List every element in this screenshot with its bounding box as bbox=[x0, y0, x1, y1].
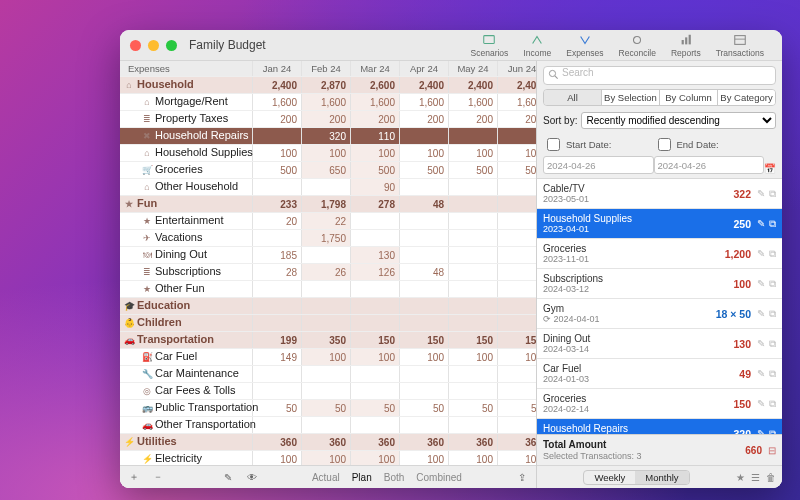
transaction-row[interactable]: Household Repairs2024-02-08320✎⧉ bbox=[537, 419, 782, 434]
remove-button[interactable]: － bbox=[150, 470, 166, 484]
copy-icon[interactable]: ⧉ bbox=[769, 278, 776, 290]
columns-icon[interactable]: ☰ bbox=[751, 472, 760, 483]
edit-icon[interactable]: ✎ bbox=[757, 368, 765, 380]
grid-row[interactable]: ◎Car Fees & Tolls bbox=[120, 383, 536, 400]
copy-icon[interactable]: ⧉ bbox=[769, 308, 776, 320]
transactions-footer: WeeklyMonthly ★ ☰ 🗑 bbox=[537, 465, 782, 488]
mode-both[interactable]: Both bbox=[384, 472, 405, 483]
edit-icon[interactable]: ✎ bbox=[757, 278, 765, 290]
period-weekly[interactable]: Weekly bbox=[584, 471, 635, 484]
toolbar-transactions[interactable]: Transactions bbox=[716, 33, 764, 58]
svg-rect-4 bbox=[735, 35, 746, 44]
end-date-checkbox[interactable] bbox=[658, 138, 671, 151]
filter-by-selection[interactable]: By Selection bbox=[601, 90, 659, 105]
transaction-row[interactable]: Cable/TV2023-05-01322✎⧉ bbox=[537, 179, 782, 209]
column-header[interactable]: Jun 24 bbox=[498, 61, 537, 77]
grid-row[interactable]: 🔧Car Maintenance bbox=[120, 366, 536, 383]
end-date-field[interactable] bbox=[654, 156, 765, 174]
transaction-row[interactable]: Household Supplies2023-04-01250✎⧉ bbox=[537, 209, 782, 239]
copy-icon[interactable]: ⧉ bbox=[769, 338, 776, 350]
toolbar-expenses[interactable]: Expenses bbox=[566, 33, 603, 58]
grid-row[interactable]: 🛒Groceries500650500500500500500500 bbox=[120, 162, 536, 179]
view-icon[interactable]: 👁 bbox=[244, 472, 260, 483]
grid-row[interactable]: ✈Vacations1,750 bbox=[120, 230, 536, 247]
transaction-row[interactable]: Groceries2023-11-011,200✎⧉ bbox=[537, 239, 782, 269]
grid-row[interactable]: ★Fun2331,79827848 bbox=[120, 196, 536, 213]
grid-row[interactable]: ⌂Other Household90 bbox=[120, 179, 536, 196]
grid-row[interactable]: 🚌Public Transportation5050505050505050 bbox=[120, 400, 536, 417]
mode-actual[interactable]: Actual bbox=[312, 472, 340, 483]
grid-row[interactable]: ⛽Car Fuel149100100100100100100100 bbox=[120, 349, 536, 366]
transaction-row[interactable]: Car Fuel2024-01-0349✎⧉ bbox=[537, 359, 782, 389]
toolbar-reconcile[interactable]: Reconcile bbox=[619, 33, 656, 58]
grid-row[interactable]: ⚡Utilities360360360360360360360360 bbox=[120, 434, 536, 451]
edit-icon[interactable]: ✎ bbox=[220, 472, 236, 483]
grid-row[interactable]: 👶Children bbox=[120, 315, 536, 332]
copy-icon[interactable]: ⧉ bbox=[769, 218, 776, 230]
budget-grid: ExpensesJan 24Feb 24Mar 24Apr 24May 24Ju… bbox=[120, 61, 536, 465]
edit-icon[interactable]: ✎ bbox=[757, 248, 765, 260]
grid-row[interactable]: ≣Subscriptions282612648 bbox=[120, 264, 536, 281]
grid-row[interactable]: ≣Property Taxes200200200200200200200200 bbox=[120, 111, 536, 128]
svg-line-7 bbox=[555, 76, 558, 79]
period-monthly[interactable]: Monthly bbox=[635, 471, 688, 484]
grid-row[interactable]: ★Other Fun bbox=[120, 281, 536, 298]
search-input[interactable]: Search bbox=[543, 66, 776, 85]
column-header[interactable]: Apr 24 bbox=[400, 61, 449, 77]
close-icon[interactable] bbox=[130, 40, 141, 51]
grid-row[interactable]: ★Entertainment2022 bbox=[120, 213, 536, 230]
start-date-label[interactable]: Start Date: bbox=[543, 135, 646, 154]
toolbar-reports[interactable]: Reports bbox=[671, 33, 701, 58]
column-header[interactable]: Mar 24 bbox=[351, 61, 400, 77]
filter-segment: AllBy SelectionBy ColumnBy Category bbox=[543, 89, 776, 106]
calendar-icon[interactable]: 📅 bbox=[764, 163, 776, 174]
edit-icon[interactable]: ✎ bbox=[757, 308, 765, 320]
grid-row[interactable]: ⌂Household2,4002,8702,6002,4002,4002,400… bbox=[120, 77, 536, 94]
trash-icon[interactable]: 🗑 bbox=[766, 472, 776, 483]
copy-icon[interactable]: ⧉ bbox=[769, 368, 776, 380]
filter-all[interactable]: All bbox=[544, 90, 601, 105]
transaction-row[interactable]: Gym⟳ 2024-04-0118 × 50✎⧉ bbox=[537, 299, 782, 329]
copy-icon[interactable]: ⧉ bbox=[769, 188, 776, 200]
mode-plan[interactable]: Plan bbox=[352, 472, 372, 483]
share-icon[interactable]: ⇪ bbox=[514, 472, 530, 483]
mode-combined[interactable]: Combined bbox=[416, 472, 462, 483]
grid-row[interactable]: 🍽Dining Out185130 bbox=[120, 247, 536, 264]
maximize-icon[interactable] bbox=[166, 40, 177, 51]
star-icon[interactable]: ★ bbox=[736, 472, 745, 483]
start-date-checkbox[interactable] bbox=[547, 138, 560, 151]
edit-icon[interactable]: ✎ bbox=[757, 218, 765, 230]
toolbar-scenarios[interactable]: Scenarios bbox=[471, 33, 509, 58]
start-date-field[interactable] bbox=[543, 156, 654, 174]
filter-by-column[interactable]: By Column bbox=[659, 90, 717, 105]
transaction-row[interactable]: Dining Out2024-03-14130✎⧉ bbox=[537, 329, 782, 359]
sort-select[interactable]: Recently modified descending bbox=[581, 112, 776, 129]
copy-icon[interactable]: ⧉ bbox=[769, 398, 776, 410]
column-header[interactable]: Feb 24 bbox=[302, 61, 351, 77]
column-header[interactable]: May 24 bbox=[449, 61, 498, 77]
filter-by-category[interactable]: By Category bbox=[717, 90, 775, 105]
transaction-row[interactable]: Subscriptions2024-03-12100✎⧉ bbox=[537, 269, 782, 299]
column-header[interactable]: Expenses bbox=[120, 61, 253, 77]
edit-icon[interactable]: ✎ bbox=[757, 188, 765, 200]
column-header[interactable]: Jan 24 bbox=[253, 61, 302, 77]
copy-icon[interactable]: ⧉ bbox=[769, 248, 776, 260]
titlebar: Family Budget ScenariosIncomeExpensesRec… bbox=[120, 30, 782, 61]
transaction-row[interactable]: Groceries2024-02-14150✎⧉ bbox=[537, 389, 782, 419]
add-button[interactable]: ＋ bbox=[126, 470, 142, 484]
end-date-label[interactable]: End Date: bbox=[654, 135, 757, 154]
grid-row[interactable]: 🚗Transportation199350150150150150150150 bbox=[120, 332, 536, 349]
window-title: Family Budget bbox=[189, 38, 266, 52]
grid-row[interactable]: ✖Household Repairs320110 bbox=[120, 128, 536, 145]
grid-row[interactable]: ⌂Household Supplies100100100100100100100… bbox=[120, 145, 536, 162]
search-icon bbox=[548, 69, 559, 80]
grid-row[interactable]: ⚡Electricity100100100100100100100100 bbox=[120, 451, 536, 466]
grid-row[interactable]: 🚗Other Transportation bbox=[120, 417, 536, 434]
minimize-icon[interactable] bbox=[148, 40, 159, 51]
edit-icon[interactable]: ✎ bbox=[757, 398, 765, 410]
grid-row[interactable]: 🎓Education bbox=[120, 298, 536, 315]
toolbar-income[interactable]: Income bbox=[523, 33, 551, 58]
delete-icon[interactable]: ⊟ bbox=[768, 445, 776, 456]
edit-icon[interactable]: ✎ bbox=[757, 338, 765, 350]
grid-row[interactable]: ⌂Mortgage/Rent1,6001,6001,6001,6001,6001… bbox=[120, 94, 536, 111]
